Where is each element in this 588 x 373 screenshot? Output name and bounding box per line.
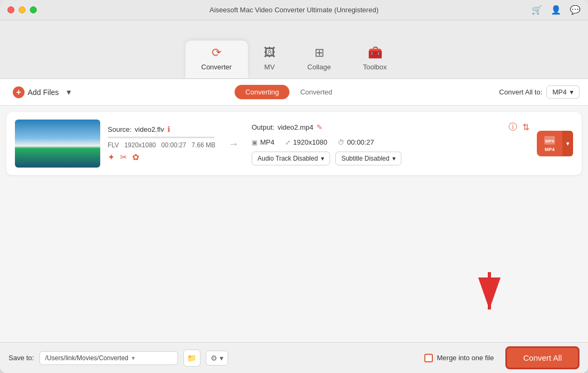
merge-checkbox-area: Merge into one file bbox=[424, 354, 494, 362]
output-specs: ▣ MP4 ⤢ 1920x1080 ⏱ 00:00:27 bbox=[252, 138, 529, 146]
file-info-left: Source: video2.flv ℹ FLV 1920x1080 00:00… bbox=[108, 125, 215, 162]
titlebar-actions: 🛒 👤 💬 bbox=[531, 5, 581, 15]
settings-button[interactable]: ⚙ ▾ bbox=[206, 351, 228, 366]
file-item: Source: video2.flv ℹ FLV 1920x1080 00:00… bbox=[6, 112, 582, 175]
output-file: video2.mp4 bbox=[278, 123, 313, 131]
file-duration: 00:00:27 bbox=[162, 141, 187, 149]
collage-icon: ⊞ bbox=[315, 46, 324, 60]
convert-all-to-area: Convert All to: MP4 ▾ bbox=[499, 85, 579, 99]
traffic-lights bbox=[7, 6, 37, 13]
add-files-dropdown[interactable]: ▾ bbox=[63, 86, 75, 98]
effects-icon[interactable]: ✿ bbox=[132, 152, 139, 162]
format-icon: ▣ bbox=[252, 139, 257, 146]
video-thumbnail bbox=[15, 120, 100, 168]
audio-track-label: Audio Track Disabled bbox=[257, 155, 318, 162]
output-top: Output: video2.mp4 ✎ ⓘ ⇅ bbox=[252, 122, 529, 133]
subtitle-arrow: ▾ bbox=[392, 155, 396, 162]
cut-icon[interactable]: ✂ bbox=[120, 152, 127, 162]
plus-icon: + bbox=[13, 86, 25, 98]
edit-icon[interactable]: ✎ bbox=[317, 123, 323, 131]
settings-icon: ⚙ bbox=[211, 354, 218, 362]
merge-label: Merge into one file bbox=[437, 354, 494, 362]
format-select-arrow: ▾ bbox=[570, 88, 574, 96]
mp4-badge-icon: MP4 bbox=[543, 135, 556, 146]
clock-icon: ⏱ bbox=[338, 139, 344, 146]
source-filename: video2.flv bbox=[135, 125, 164, 133]
toolbar: + Add Files ▾ Converting Converted Conve… bbox=[0, 79, 588, 106]
output-actions: ⓘ ⇅ bbox=[509, 122, 529, 133]
audio-track-dropdown[interactable]: Audio Track Disabled ▾ bbox=[252, 152, 330, 165]
content-area: Source: video2.flv ℹ FLV 1920x1080 00:00… bbox=[0, 106, 588, 342]
add-files-button[interactable]: + Add Files bbox=[9, 83, 63, 101]
tab-collage-label: Collage bbox=[308, 63, 331, 71]
tab-converter[interactable]: ⟳ Converter bbox=[186, 41, 248, 78]
source-label: Source: bbox=[108, 125, 132, 133]
enhance-icon[interactable]: ✦ bbox=[108, 152, 115, 162]
file-resolution: 1920x1080 bbox=[124, 141, 156, 149]
spec-duration: ⏱ 00:00:27 bbox=[338, 138, 374, 146]
spec-resolution: ⤢ 1920x1080 bbox=[285, 138, 327, 146]
file-size: 7.66 MB bbox=[191, 141, 215, 149]
format-selected-value: MP4 bbox=[552, 88, 567, 96]
tab-toolbox[interactable]: 🧰 Toolbox bbox=[347, 41, 403, 78]
chat-icon[interactable]: 💬 bbox=[570, 5, 581, 15]
convert-all-button[interactable]: Convert All bbox=[505, 346, 579, 369]
audio-track-arrow: ▾ bbox=[321, 155, 324, 162]
info-circle-icon[interactable]: ⓘ bbox=[509, 122, 517, 133]
source-line: Source: video2.flv ℹ bbox=[108, 125, 215, 133]
info-icon[interactable]: ℹ bbox=[167, 125, 170, 133]
status-tab-switcher: Converting Converted bbox=[235, 85, 343, 99]
subtitle-dropdown[interactable]: Subtitle Disabled ▾ bbox=[335, 152, 401, 165]
save-path-select[interactable]: /Users/link/Movies/Converted ▾ bbox=[39, 351, 178, 365]
output-duration: 00:00:27 bbox=[347, 138, 374, 146]
output-info: Output: video2.mp4 ✎ ⓘ ⇅ ▣ MP4 bbox=[252, 122, 529, 165]
tab-mv-label: MV bbox=[264, 63, 275, 71]
add-files-label: Add Files bbox=[28, 88, 59, 97]
spec-format: ▣ MP4 bbox=[252, 138, 275, 146]
swap-icon[interactable]: ⇅ bbox=[522, 122, 529, 132]
format-badge-container: MP4 MP4 ▾ bbox=[537, 131, 573, 156]
close-button[interactable] bbox=[7, 6, 14, 13]
file-meta: FLV 1920x1080 00:00:27 7.66 MB bbox=[108, 141, 215, 149]
bottombar: Save to: /Users/link/Movies/Converted ▾ … bbox=[0, 342, 588, 373]
file-actions: ✦ ✂ ✿ bbox=[108, 152, 215, 162]
output-dropdowns: Audio Track Disabled ▾ Subtitle Disabled… bbox=[252, 152, 529, 165]
minimize-button[interactable] bbox=[19, 6, 26, 13]
titlebar: Aiseesoft Mac Video Converter Ultimate (… bbox=[0, 0, 588, 20]
format-badge: MP4 MP4 bbox=[537, 131, 562, 156]
tab-collage[interactable]: ⊞ Collage bbox=[292, 41, 347, 78]
folder-button[interactable]: 📁 bbox=[183, 350, 200, 367]
tabbar: ⟳ Converter 🖼 MV ⊞ Collage 🧰 Toolbox bbox=[0, 20, 588, 79]
merge-checkbox[interactable] bbox=[424, 354, 433, 362]
window-title: Aiseesoft Mac Video Converter Ultimate (… bbox=[210, 6, 378, 14]
converting-tab[interactable]: Converting bbox=[235, 85, 289, 99]
tab-toolbox-label: Toolbox bbox=[363, 63, 387, 71]
format-select[interactable]: MP4 ▾ bbox=[546, 85, 579, 99]
path-select-arrow: ▾ bbox=[132, 354, 135, 362]
save-path-value: /Users/link/Movies/Converted bbox=[45, 354, 128, 362]
resolution-icon: ⤢ bbox=[285, 139, 291, 146]
subtitle-label: Subtitle Disabled bbox=[341, 155, 389, 162]
user-icon[interactable]: 👤 bbox=[551, 5, 561, 15]
svg-text:MP4: MP4 bbox=[545, 139, 554, 144]
tab-converter-label: Converter bbox=[202, 63, 232, 71]
tab-mv[interactable]: 🖼 MV bbox=[248, 41, 292, 78]
output-format: MP4 bbox=[260, 138, 275, 146]
toolbox-icon: 🧰 bbox=[368, 46, 382, 60]
format-badge-label: MP4 bbox=[545, 147, 555, 152]
maximize-button[interactable] bbox=[30, 6, 37, 13]
settings-arrow: ▾ bbox=[220, 354, 223, 362]
format-badge-dropdown[interactable]: ▾ bbox=[562, 131, 573, 156]
mv-icon: 🖼 bbox=[264, 46, 276, 60]
output-label: Output: bbox=[252, 123, 275, 131]
converter-icon: ⟳ bbox=[212, 46, 221, 60]
file-format: FLV bbox=[108, 141, 119, 149]
converted-tab[interactable]: Converted bbox=[289, 85, 343, 99]
save-to-label: Save to: bbox=[9, 354, 34, 362]
output-filename: Output: video2.mp4 ✎ bbox=[252, 123, 323, 131]
progress-bar bbox=[108, 137, 214, 138]
arrow-separator: → bbox=[223, 138, 244, 150]
output-resolution: 1920x1080 bbox=[293, 138, 327, 146]
convert-all-to-label: Convert All to: bbox=[499, 88, 542, 96]
cart-icon[interactable]: 🛒 bbox=[531, 5, 542, 15]
